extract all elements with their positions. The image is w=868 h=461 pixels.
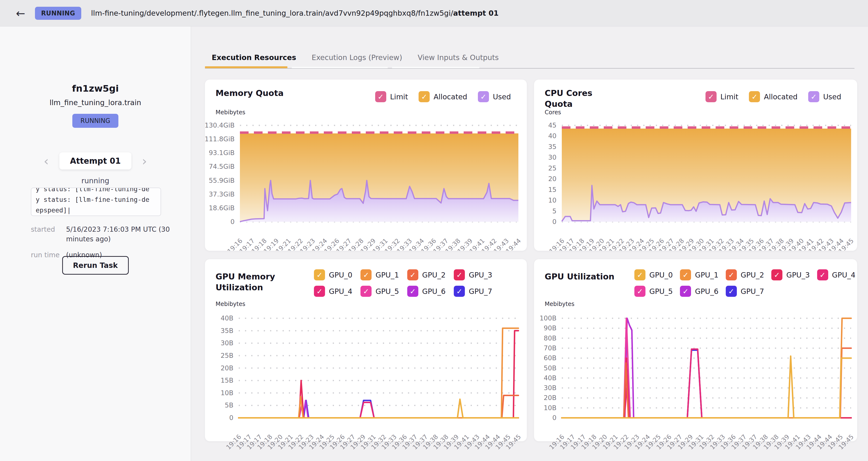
legend-item-gpu_1[interactable]: ✓GPU_1 <box>361 269 399 280</box>
legend-item-used[interactable]: ✓Used <box>808 91 841 102</box>
chart-unit-label: Cores <box>545 109 561 116</box>
tab-view-inputs-outputs[interactable]: View Inputs & Outputs <box>417 53 499 62</box>
y-tick-label: 35 <box>548 143 557 150</box>
legend-label: GPU_1 <box>375 271 399 279</box>
log-clipped-line: y status: [llm-fine-tuning-de <box>36 188 149 193</box>
checkbox-checked-icon[interactable]: ✓ <box>418 91 430 102</box>
chart-title: CPU Cores Quota <box>545 88 622 110</box>
chart-unit-label: Mebibytes <box>216 301 245 307</box>
series-line-gpu_0 <box>562 356 851 418</box>
checkbox-checked-icon[interactable]: ✓ <box>314 286 325 297</box>
checkbox-checked-icon[interactable]: ✓ <box>808 91 819 102</box>
prev-attempt-icon[interactable]: ‹ <box>44 155 49 167</box>
series-line-gpu_1 <box>239 328 518 418</box>
checkbox-checked-icon[interactable]: ✓ <box>634 269 646 280</box>
checkbox-checked-icon[interactable]: ✓ <box>478 91 489 102</box>
y-tick-label: 55.9GiB <box>209 177 235 184</box>
checkbox-checked-icon[interactable]: ✓ <box>314 269 325 280</box>
y-tick-label: 30B <box>544 384 557 392</box>
series-line-gpu_7 <box>239 400 518 418</box>
legend-item-used[interactable]: ✓Used <box>478 91 511 102</box>
legend-item-gpu_6[interactable]: ✓GPU_6 <box>680 286 718 297</box>
task-id: fn1zw5gi <box>0 83 191 94</box>
y-tick-label: 70B <box>544 344 557 352</box>
checkbox-checked-icon[interactable]: ✓ <box>634 286 646 297</box>
checkbox-checked-icon[interactable]: ✓ <box>407 286 418 297</box>
next-attempt-icon[interactable]: › <box>142 155 147 167</box>
legend-item-gpu_5[interactable]: ✓GPU_5 <box>361 286 399 297</box>
checkbox-checked-icon[interactable]: ✓ <box>706 91 717 102</box>
checkbox-checked-icon[interactable]: ✓ <box>454 286 465 297</box>
y-tick-label: 30B <box>221 339 234 347</box>
legend-item-limit[interactable]: ✓Limit <box>706 91 738 102</box>
legend-label: GPU_5 <box>375 287 399 296</box>
legend-item-gpu_3[interactable]: ✓GPU_3 <box>771 269 810 280</box>
checkbox-checked-icon[interactable]: ✓ <box>361 286 372 297</box>
tab2-underline <box>292 67 388 68</box>
tab-execution-logs[interactable]: Execution Logs (Preview) <box>311 53 402 62</box>
legend-item-limit[interactable]: ✓Limit <box>375 91 408 102</box>
checkbox-checked-icon[interactable]: ✓ <box>375 91 386 102</box>
phase-text: running <box>0 177 191 185</box>
legend-item-gpu_0[interactable]: ✓GPU_0 <box>314 269 352 280</box>
legend-item-allocated[interactable]: ✓Allocated <box>418 91 467 102</box>
checkbox-checked-icon[interactable]: ✓ <box>749 91 760 102</box>
y-tick-label: 0 <box>230 218 235 225</box>
checkbox-checked-icon[interactable]: ✓ <box>680 286 691 297</box>
checkbox-checked-icon[interactable]: ✓ <box>726 286 737 297</box>
runtime-label: run time <box>31 250 66 260</box>
legend-item-gpu_2[interactable]: ✓GPU_2 <box>726 269 764 280</box>
chart-title: GPU Memory Utilization <box>216 271 293 293</box>
y-tick-label: 40 <box>548 132 557 140</box>
y-tick-label: 100B <box>539 314 557 322</box>
legend-label: GPU_7 <box>469 287 492 296</box>
y-tick-label: 0 <box>552 218 557 225</box>
legend-label: GPU_4 <box>832 271 856 279</box>
y-tick-label: 111.8GiB <box>205 135 235 143</box>
series-line-gpu_0 <box>239 399 518 418</box>
checkbox-checked-icon[interactable]: ✓ <box>726 269 737 280</box>
checkbox-checked-icon[interactable]: ✓ <box>817 269 828 280</box>
checkbox-checked-icon[interactable]: ✓ <box>407 269 418 280</box>
legend-item-gpu_3[interactable]: ✓GPU_3 <box>454 269 492 280</box>
legend-label: GPU_3 <box>786 271 810 279</box>
y-tick-label: 20 <box>548 175 557 183</box>
y-tick-label: 15 <box>548 186 557 193</box>
y-tick-label: 93.1GiB <box>209 149 235 156</box>
legend-label: GPU_0 <box>329 271 352 279</box>
legend-label: GPU_2 <box>741 271 764 279</box>
y-tick-label: 130.4GiB <box>205 122 235 129</box>
log-status-box[interactable]: y status: [llm-fine-tuning-de y status: … <box>31 188 161 216</box>
legend-item-gpu_7[interactable]: ✓GPU_7 <box>726 286 764 297</box>
checkbox-checked-icon[interactable]: ✓ <box>454 269 465 280</box>
back-arrow-icon[interactable]: ← <box>16 8 25 19</box>
rerun-task-button[interactable]: Rerun Task <box>62 256 128 275</box>
y-tick-label: 50B <box>544 364 557 372</box>
y-tick-label: 35B <box>221 327 234 334</box>
checkbox-checked-icon[interactable]: ✓ <box>771 269 782 280</box>
legend-label: GPU_5 <box>649 287 673 296</box>
chart-legend: ✓GPU_0✓GPU_1✓GPU_2✓GPU_3✓GPU_4✓GPU_5✓GPU… <box>634 269 868 297</box>
legend-item-gpu_6[interactable]: ✓GPU_6 <box>407 286 445 297</box>
legend-item-gpu_1[interactable]: ✓GPU_1 <box>680 269 718 280</box>
y-tick-label: 10 <box>548 196 557 204</box>
breadcrumb-path: llm-fine-tuning/development/.flytegen.ll… <box>91 9 453 18</box>
tab-execution-resources[interactable]: Execution Resources <box>212 53 296 62</box>
legend-item-allocated[interactable]: ✓Allocated <box>749 91 798 102</box>
attempt-label[interactable]: Attempt 01 <box>59 152 131 170</box>
legend-item-gpu_5[interactable]: ✓GPU_5 <box>634 286 673 297</box>
legend-item-gpu_7[interactable]: ✓GPU_7 <box>454 286 492 297</box>
checkbox-checked-icon[interactable]: ✓ <box>361 269 372 280</box>
y-tick-label: 74.5GiB <box>209 163 235 170</box>
legend-label: Limit <box>390 93 408 101</box>
y-tick-label: 15B <box>221 377 234 384</box>
legend-item-gpu_0[interactable]: ✓GPU_0 <box>634 269 673 280</box>
legend-label: GPU_3 <box>469 271 492 279</box>
chart-title: GPU Utilization <box>545 271 622 282</box>
legend-item-gpu_2[interactable]: ✓GPU_2 <box>407 269 445 280</box>
active-tab-indicator <box>205 66 287 68</box>
legend-item-gpu_4[interactable]: ✓GPU_4 <box>817 269 856 280</box>
task-name: llm_fine_tuning_lora.train <box>0 98 191 107</box>
checkbox-checked-icon[interactable]: ✓ <box>680 269 691 280</box>
legend-item-gpu_4[interactable]: ✓GPU_4 <box>314 286 352 297</box>
